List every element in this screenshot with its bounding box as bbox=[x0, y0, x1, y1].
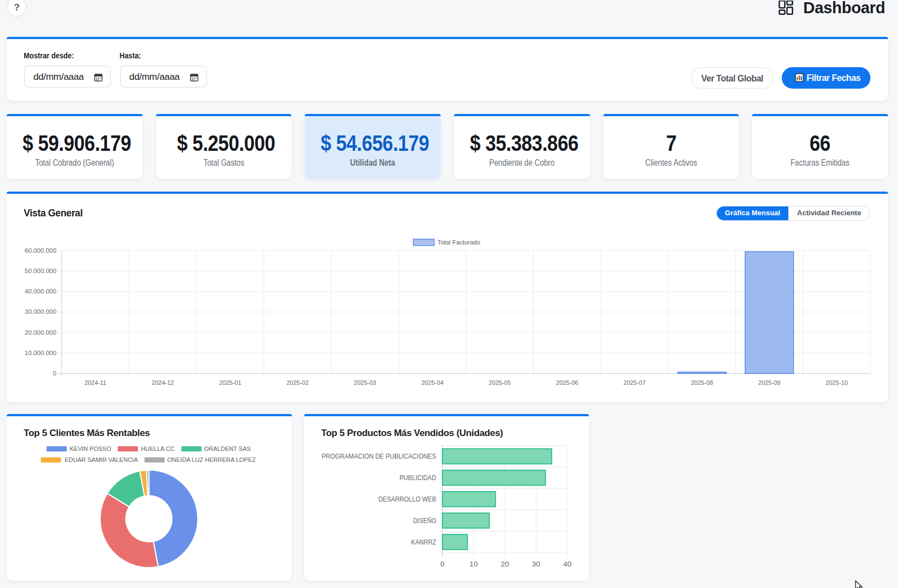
svg-text:2024-11: 2024-11 bbox=[84, 379, 106, 386]
svg-text:2025-04: 2025-04 bbox=[421, 379, 443, 386]
svg-text:50.000.000: 50.000.000 bbox=[25, 268, 57, 274]
svg-text:DESARROLLO WEB: DESARROLLO WEB bbox=[378, 495, 436, 503]
svg-text:2024-12: 2024-12 bbox=[152, 379, 174, 386]
svg-text:ONEIDA LUZ HERRERA LOPEZ: ONEIDA LUZ HERRERA LOPEZ bbox=[167, 456, 256, 463]
svg-text:2025-05: 2025-05 bbox=[489, 379, 511, 386]
svg-text:EDUAR SAMIR VALENCIA: EDUAR SAMIR VALENCIA bbox=[64, 456, 138, 463]
svg-text:10.000.000: 10.000.000 bbox=[25, 350, 57, 356]
svg-text:KEVIN POSSO: KEVIN POSSO bbox=[70, 445, 112, 452]
svg-text:2025-06: 2025-06 bbox=[556, 379, 578, 386]
svg-text:0: 0 bbox=[53, 370, 56, 377]
svg-text:DISEÑO: DISEÑO bbox=[413, 516, 436, 525]
svg-text:ORALDENT SAS: ORALDENT SAS bbox=[204, 445, 251, 452]
svg-text:40: 40 bbox=[563, 560, 571, 568]
svg-text:30.000.000: 30.000.000 bbox=[25, 308, 57, 315]
svg-text:2025-03: 2025-03 bbox=[354, 379, 376, 386]
svg-text:HUELLA CC: HUELLA CC bbox=[141, 445, 175, 452]
svg-text:2025-01: 2025-01 bbox=[219, 379, 241, 386]
svg-text:KANRRZ: KANRRZ bbox=[411, 538, 436, 546]
svg-text:2025-07: 2025-07 bbox=[624, 379, 646, 386]
svg-text:30: 30 bbox=[532, 560, 540, 568]
svg-text:PUBLICIDAD: PUBLICIDAD bbox=[399, 473, 436, 482]
svg-text:2025-09: 2025-09 bbox=[758, 379, 780, 386]
svg-text:Total Facturado: Total Facturado bbox=[437, 239, 480, 246]
svg-text:0: 0 bbox=[440, 560, 445, 568]
svg-text:60.000.000: 60.000.000 bbox=[25, 247, 57, 254]
svg-text:2025-10: 2025-10 bbox=[826, 379, 848, 386]
svg-text:PROGRAMACION DE PUBLICACIONES: PROGRAMACION DE PUBLICACIONES bbox=[322, 452, 436, 460]
svg-text:20: 20 bbox=[501, 560, 509, 568]
svg-text:2025-02: 2025-02 bbox=[286, 379, 309, 386]
svg-text:40.000.000: 40.000.000 bbox=[25, 288, 57, 295]
svg-text:20.000.000: 20.000.000 bbox=[25, 329, 57, 336]
svg-text:2025-08: 2025-08 bbox=[691, 379, 713, 386]
svg-text:10: 10 bbox=[469, 560, 478, 568]
